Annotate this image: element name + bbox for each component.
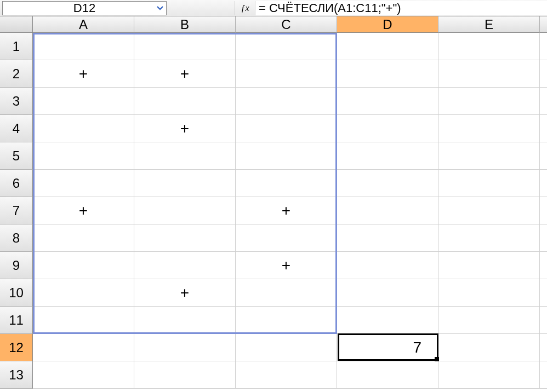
cell-F10[interactable] xyxy=(540,279,547,307)
col-header-B[interactable]: B xyxy=(134,16,236,33)
row-header-2[interactable]: 2 xyxy=(0,60,33,88)
cell-F12[interactable] xyxy=(540,334,547,361)
cell-D4[interactable] xyxy=(337,115,438,142)
cell-A8[interactable] xyxy=(33,224,134,252)
cell-A3[interactable] xyxy=(33,88,134,115)
cell-D7[interactable] xyxy=(337,197,438,224)
cell-F13[interactable] xyxy=(540,361,547,389)
cell-D8[interactable] xyxy=(337,224,438,252)
cell-C1[interactable] xyxy=(236,33,337,60)
cell-E1[interactable] xyxy=(438,33,540,60)
cell-F6[interactable] xyxy=(540,170,547,197)
cell-C10[interactable] xyxy=(236,279,337,307)
cell-A2[interactable]: + xyxy=(33,60,134,88)
cell-E12[interactable] xyxy=(438,334,540,361)
row-header-5[interactable]: 5 xyxy=(0,142,33,170)
cell-B1[interactable] xyxy=(134,33,236,60)
cell-E3[interactable] xyxy=(438,88,540,115)
cell-A10[interactable] xyxy=(33,279,134,307)
cell-F1[interactable] xyxy=(540,33,547,60)
cell-F8[interactable] xyxy=(540,224,547,252)
cell-A7[interactable]: + xyxy=(33,197,134,224)
row-header-11[interactable]: 11 xyxy=(0,307,33,334)
row-header-8[interactable]: 8 xyxy=(0,224,33,252)
cell-F7[interactable] xyxy=(540,197,547,224)
cell-B6[interactable] xyxy=(134,170,236,197)
cell-A11[interactable] xyxy=(33,307,134,334)
cell-C3[interactable] xyxy=(236,88,337,115)
cell-C12[interactable] xyxy=(236,334,337,361)
cell-C2[interactable] xyxy=(236,60,337,88)
cell-F9[interactable] xyxy=(540,252,547,279)
name-box[interactable]: D12 xyxy=(2,1,167,15)
col-header-F-partial[interactable] xyxy=(540,16,547,33)
cell-D9[interactable] xyxy=(337,252,438,279)
cell-B8[interactable] xyxy=(134,224,236,252)
row-header-9[interactable]: 9 xyxy=(0,252,33,279)
col-header-C[interactable]: C xyxy=(236,16,337,33)
cell-B2[interactable]: + xyxy=(134,60,236,88)
cell-C5[interactable] xyxy=(236,142,337,170)
name-box-dropdown[interactable] xyxy=(155,3,165,13)
cell-D13[interactable] xyxy=(337,361,438,389)
cell-E8[interactable] xyxy=(438,224,540,252)
row-header-13[interactable]: 13 xyxy=(0,361,33,389)
cell-D2[interactable] xyxy=(337,60,438,88)
cell-B4[interactable]: + xyxy=(134,115,236,142)
cell-E11[interactable] xyxy=(438,307,540,334)
row-header-7[interactable]: 7 xyxy=(0,197,33,224)
cell-E6[interactable] xyxy=(438,170,540,197)
cell-D10[interactable] xyxy=(337,279,438,307)
cell-F2[interactable] xyxy=(540,60,547,88)
cell-C13[interactable] xyxy=(236,361,337,389)
cell-B12[interactable] xyxy=(134,334,236,361)
cell-E13[interactable] xyxy=(438,361,540,389)
row-header-4[interactable]: 4 xyxy=(0,115,33,142)
col-header-E[interactable]: E xyxy=(438,16,540,33)
cell-E2[interactable] xyxy=(438,60,540,88)
row-header-3[interactable]: 3 xyxy=(0,88,33,115)
cell-B10[interactable]: + xyxy=(134,279,236,307)
cell-C11[interactable] xyxy=(236,307,337,334)
cell-E7[interactable] xyxy=(438,197,540,224)
cell-C8[interactable] xyxy=(236,224,337,252)
cell-D11[interactable] xyxy=(337,307,438,334)
cell-B5[interactable] xyxy=(134,142,236,170)
cell-D1[interactable] xyxy=(337,33,438,60)
cell-B11[interactable] xyxy=(134,307,236,334)
cell-B9[interactable] xyxy=(134,252,236,279)
cell-F11[interactable] xyxy=(540,307,547,334)
select-all-corner[interactable] xyxy=(0,16,33,33)
cell-A13[interactable] xyxy=(33,361,134,389)
cell-A1[interactable] xyxy=(33,33,134,60)
cell-C7[interactable]: + xyxy=(236,197,337,224)
cell-C4[interactable] xyxy=(236,115,337,142)
row-header-12[interactable]: 12 xyxy=(0,334,33,361)
cell-F5[interactable] xyxy=(540,142,547,170)
cell-E9[interactable] xyxy=(438,252,540,279)
cell-E5[interactable] xyxy=(438,142,540,170)
cell-A4[interactable] xyxy=(33,115,134,142)
cell-F3[interactable] xyxy=(540,88,547,115)
fx-button[interactable]: ƒx xyxy=(235,1,255,15)
row-header-10[interactable]: 10 xyxy=(0,279,33,307)
cell-B13[interactable] xyxy=(134,361,236,389)
cell-C6[interactable] xyxy=(236,170,337,197)
cell-B3[interactable] xyxy=(134,88,236,115)
cell-A9[interactable] xyxy=(33,252,134,279)
cell-A12[interactable] xyxy=(33,334,134,361)
cell-F4[interactable] xyxy=(540,115,547,142)
formula-input[interactable]: = СЧЁТЕСЛИ(A1:C11;"+") xyxy=(255,1,547,15)
col-header-D[interactable]: D xyxy=(337,16,438,33)
cell-D5[interactable] xyxy=(337,142,438,170)
cell-A6[interactable] xyxy=(33,170,134,197)
cell-A5[interactable] xyxy=(33,142,134,170)
cell-C9[interactable]: + xyxy=(236,252,337,279)
row-header-1[interactable]: 1 xyxy=(0,33,33,60)
cell-D6[interactable] xyxy=(337,170,438,197)
cell-E10[interactable] xyxy=(438,279,540,307)
cell-D3[interactable] xyxy=(337,88,438,115)
cell-D12[interactable]: 7 xyxy=(337,334,438,361)
col-header-A[interactable]: A xyxy=(33,16,134,33)
row-header-6[interactable]: 6 xyxy=(0,170,33,197)
